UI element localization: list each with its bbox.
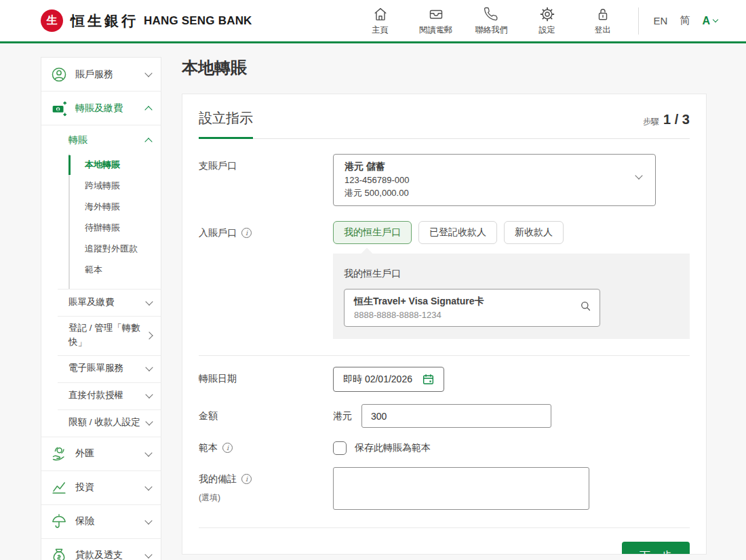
transfer-date-picker[interactable]: 即時 02/01/2026 — [333, 367, 444, 392]
sidebar-item-foreign-exchange[interactable]: 外匯 — [41, 437, 161, 471]
bank-name-chinese: 恒生銀行 — [71, 12, 138, 31]
main-content: 本地轉賬 設立指示 步驟 1 / 3 支賬戶口 港元 儲蓄 123-456789… — [182, 53, 707, 555]
remark-row: 我的備註i (選填) — [199, 467, 690, 510]
home-icon — [372, 6, 389, 22]
chevron-down-icon — [145, 364, 153, 372]
submenu-label: 賬單及繳費 — [68, 296, 146, 310]
nav-read-mail-label: 閱讀電郵 — [420, 24, 452, 36]
chevron-down-icon — [713, 17, 718, 22]
nav-settings-label: 設定 — [539, 24, 555, 36]
amount-label: 金額 — [199, 404, 333, 428]
chart-line-icon — [50, 479, 68, 496]
footer-divider — [199, 527, 690, 528]
nav-settings[interactable]: 設定 — [531, 6, 564, 36]
label-text: 我的備註 — [199, 473, 237, 484]
credit-card-number: 8888-8888-8888-1234 — [354, 310, 571, 320]
submenu-label: 直接付款授權 — [68, 388, 146, 403]
logo-mark: 生 — [47, 14, 58, 28]
chevron-down-icon — [145, 418, 153, 426]
payee-type-tabs: 我的恒生戶口 已登記收款人 新收款人 — [333, 221, 690, 244]
tab-registered-payees[interactable]: 已登記收款人 — [418, 221, 497, 244]
credit-account-field: 我的恒生戶口 已登記收款人 新收款人 我的恒生戶口 恒生Travel+ Visa… — [333, 221, 690, 339]
chevron-down-icon — [145, 298, 153, 305]
sidebar-item-transfer-payments[interactable]: 轉賬及繳費 — [41, 92, 161, 125]
sidebar-item-insurance[interactable]: 保險 — [41, 505, 161, 539]
nav-logout-label: 登出 — [595, 24, 611, 36]
sidebar-item-track-outward-remittance[interactable]: 追蹤對外匯款 — [70, 239, 161, 260]
sidebar-item-pending-transfer[interactable]: 待辦轉賬 — [70, 218, 161, 239]
nav-read-mail[interactable]: 閱讀電郵 — [420, 6, 452, 36]
phone-icon — [484, 6, 500, 22]
sidebar-item-fps-registration[interactable]: 登記 / 管理「轉數快」 — [41, 316, 161, 355]
sidebar-item-bills-payment[interactable]: 賬單及繳費 — [41, 289, 161, 316]
button-row: 下一步 — [199, 542, 690, 555]
step-indicator: 步驟 1 / 3 — [643, 112, 690, 127]
next-step-button[interactable]: 下一步 — [622, 542, 690, 555]
amount-input[interactable] — [361, 404, 551, 428]
amount-row: 金額 港元 — [199, 404, 690, 428]
sidebar-item-overseas-transfer[interactable]: 海外轉賬 — [70, 197, 161, 218]
currency-label: 港元 — [333, 410, 352, 422]
bank-name-english: HANG SENG BANK — [144, 14, 252, 28]
template-label: 範本i — [199, 442, 333, 454]
sidebar-label: 保險 — [75, 515, 146, 527]
save-template-checkbox[interactable] — [333, 441, 347, 455]
sidebar-label: 外匯 — [75, 447, 146, 460]
sidebar-item-ebill-service[interactable]: 電子賬單服務 — [41, 355, 161, 382]
panel-title: 我的恒生戶口 — [344, 268, 679, 280]
info-icon[interactable]: i — [241, 474, 252, 484]
language-switcher: EN 简 A — [654, 14, 718, 27]
money-bag-icon — [50, 546, 68, 560]
template-field: 保存此轉賬為範本 — [333, 441, 431, 455]
transfer-links: 本地轉賬 跨域轉賬 海外轉賬 待辦轉賬 追蹤對外匯款 範本 — [68, 154, 161, 289]
transfer-icon — [50, 100, 68, 117]
account-number: 123-456789-000 — [345, 175, 625, 185]
credit-account-label: 入賬戶口i — [199, 221, 333, 339]
sidebar-item-direct-debit[interactable]: 直接付款授權 — [41, 382, 161, 409]
sidebar-label: 貸款及透支 — [75, 549, 146, 560]
page-body: 賬戶服務 轉賬及繳費 轉賬 本地轉賬 — [0, 43, 746, 560]
nav-home[interactable]: 主頁 — [364, 6, 397, 36]
nav-logout[interactable]: 登出 — [587, 6, 619, 36]
lang-english[interactable]: EN — [654, 15, 668, 26]
sidebar-item-cross-boundary-transfer[interactable]: 跨域轉賬 — [70, 176, 161, 197]
account-name: 港元 儲蓄 — [345, 161, 625, 173]
remark-textarea[interactable] — [333, 467, 589, 510]
info-icon[interactable]: i — [241, 228, 252, 238]
sidebar-item-investment[interactable]: 投資 — [41, 471, 161, 505]
info-icon[interactable]: i — [222, 443, 233, 453]
sidebar-item-account-services[interactable]: 賬戶服務 — [41, 58, 161, 92]
sidebar-item-templates[interactable]: 範本 — [70, 260, 161, 281]
sidebar-item-loans-overdraft[interactable]: 貸款及透支 — [41, 539, 161, 560]
font-size-label: A — [702, 15, 710, 27]
chevron-down-icon — [144, 517, 152, 524]
nav-home-label: 主頁 — [372, 24, 389, 36]
credit-account-selector[interactable]: 恒生Travel+ Visa Signature卡 8888-8888-8888… — [344, 289, 600, 327]
mail-icon — [428, 6, 444, 22]
debit-account-dropdown[interactable]: 港元 儲蓄 123-456789-000 港元 500,000.00 — [333, 154, 656, 206]
chevron-up-icon — [144, 106, 152, 113]
person-icon — [50, 66, 68, 83]
account-balance: 港元 500,000.00 — [345, 187, 625, 199]
amount-field: 港元 — [333, 404, 551, 428]
sidebar-item-limits-payees[interactable]: 限額 / 收款人設定 — [41, 409, 161, 437]
font-size-selector[interactable]: A — [702, 15, 718, 27]
calendar-icon — [422, 373, 435, 386]
umbrella-icon — [50, 513, 68, 530]
nav-contact-us[interactable]: 聯絡我們 — [475, 6, 508, 36]
lang-simplified-chinese[interactable]: 简 — [680, 14, 690, 27]
credit-account-row: 入賬戶口i 我的恒生戶口 已登記收款人 新收款人 我的恒生戶口 恒生Travel… — [199, 221, 690, 339]
sidebar-item-local-transfer[interactable]: 本地轉賬 — [70, 155, 161, 176]
submenu-label: 電子賬單服務 — [68, 361, 146, 376]
tab-my-hangseng-accounts[interactable]: 我的恒生戶口 — [333, 221, 412, 244]
sidebar-label: 賬戶服務 — [75, 68, 146, 81]
bank-logo-icon: 生 — [41, 9, 63, 32]
bank-logo[interactable]: 生 恒生銀行 HANG SENG BANK — [41, 9, 252, 32]
label-text: 範本 — [199, 442, 218, 453]
transfer-submenu: 轉賬 本地轉賬 跨域轉賬 海外轉賬 待辦轉賬 追蹤對外匯款 範本 賬單及繳費 登… — [41, 127, 161, 437]
chevron-down-icon — [635, 172, 642, 179]
submenu-label: 轉賬 — [68, 134, 146, 146]
chevron-up-icon — [144, 138, 152, 145]
submenu-transfer[interactable]: 轉賬 — [41, 127, 161, 154]
tab-new-payee[interactable]: 新收款人 — [504, 221, 564, 244]
